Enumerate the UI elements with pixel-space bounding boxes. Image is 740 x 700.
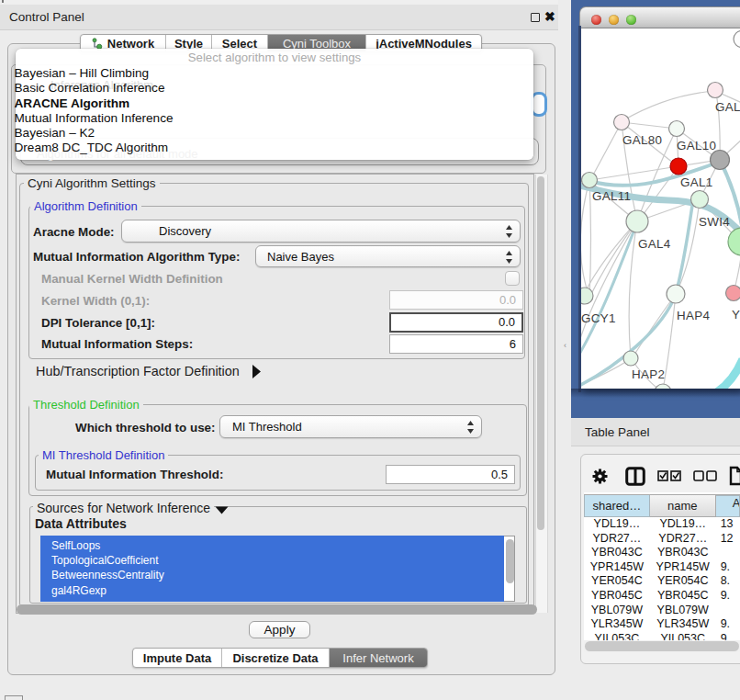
svg-text:HAP2: HAP2: [632, 367, 665, 381]
svg-text:GAL11: GAL11: [592, 189, 631, 203]
svg-text:GAL7: GAL7: [715, 100, 740, 114]
svg-text:Y: Y: [732, 308, 740, 322]
svg-text:GCY1: GCY1: [581, 311, 616, 325]
svg-text:SWI4: SWI4: [699, 215, 730, 229]
svg-text:GAL80: GAL80: [622, 133, 662, 147]
svg-text:GAL10: GAL10: [677, 139, 716, 152]
svg-text:GAL1: GAL1: [680, 175, 712, 189]
svg-text:GAL4: GAL4: [638, 237, 671, 251]
svg-text:HAP4: HAP4: [677, 309, 710, 322]
